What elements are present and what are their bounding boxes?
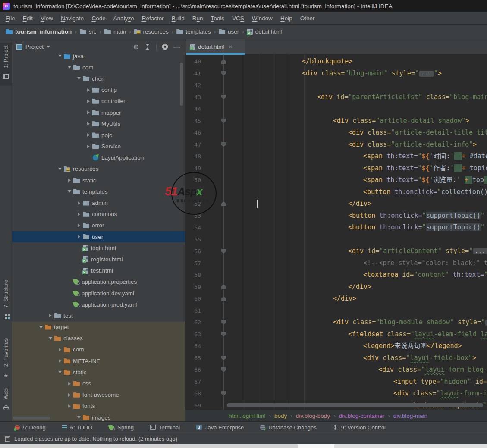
code-line[interactable]: 56 <div id="articleContent" style="..." — [185, 245, 487, 257]
fold-marker-icon[interactable] — [221, 367, 226, 372]
tool-button-favorites[interactable]: 2: Favorites★ — [0, 336, 12, 382]
code-line[interactable]: 68 <div class="layui-form-i — [185, 388, 487, 400]
menu-view[interactable]: View — [37, 15, 57, 22]
breadcrumb-item[interactable]: main — [104, 28, 126, 35]
tree-row[interactable]: commons — [12, 209, 185, 220]
breadcrumb-item[interactable]: user — [219, 28, 239, 35]
code-line[interactable]: 64 <legend>来说两句吧</legend> — [185, 340, 487, 352]
collapsed-arrow-icon[interactable] — [66, 393, 72, 397]
fold-marker-icon[interactable] — [221, 201, 226, 206]
tree-row[interactable]: Service — [12, 141, 185, 152]
editor-breadcrumb-item[interactable]: body — [274, 413, 287, 419]
fold-marker-icon[interactable] — [221, 95, 226, 100]
tree-row[interactable]: error — [12, 220, 185, 231]
collapsed-arrow-icon[interactable] — [76, 224, 82, 227]
tree-row[interactable]: css — [12, 378, 185, 389]
collapsed-arrow-icon[interactable] — [57, 359, 63, 363]
menu-help[interactable]: Help — [276, 15, 296, 22]
menu-other[interactable]: Other — [296, 15, 319, 22]
menu-tools[interactable]: Tools — [207, 15, 229, 22]
fold-marker-icon[interactable] — [221, 296, 226, 301]
expanded-arrow-icon[interactable] — [57, 55, 63, 57]
collapsed-arrow-icon[interactable] — [85, 133, 91, 137]
expanded-arrow-icon[interactable] — [66, 66, 72, 69]
menu-edit[interactable]: Edit — [19, 15, 37, 22]
collapsed-arrow-icon[interactable] — [85, 100, 91, 103]
editor-breadcrumb-item[interactable]: html.loginHtml — [229, 413, 266, 419]
tree-row[interactable]: java — [12, 54, 185, 62]
code-line[interactable]: 60 </div> — [185, 293, 487, 305]
tree-row[interactable]: font-awesome — [12, 389, 185, 401]
expanded-arrow-icon[interactable] — [38, 326, 44, 329]
breadcrumb-item[interactable]: src — [80, 28, 97, 35]
expanded-arrow-icon[interactable] — [66, 190, 72, 193]
tree-row[interactable]: config — [12, 85, 185, 96]
tree-row[interactable]: target — [12, 322, 185, 333]
code-line[interactable]: 49 <span th:text="${'作者:' + topic — [185, 163, 487, 175]
code-line[interactable]: 52 </div> — [185, 198, 487, 210]
code-line[interactable]: 41 <div class="blog-main" style="..."> — [185, 68, 487, 80]
fold-marker-icon[interactable] — [221, 391, 226, 396]
gear-icon[interactable] — [163, 44, 167, 49]
toolwindow-versioncontrol[interactable]: 9: Version Control — [333, 424, 386, 431]
tree-row[interactable]: application.properties — [12, 276, 185, 288]
menu-file[interactable]: File — [2, 15, 19, 22]
tree-row[interactable]: application-prod.yaml — [12, 299, 185, 310]
code-line[interactable]: 46 <div class="article-detail-title tit — [185, 127, 487, 139]
breadcrumb-item[interactable]: templates — [176, 28, 211, 35]
chevron-down-icon[interactable] — [47, 46, 50, 48]
menu-navigate[interactable]: Navigate — [57, 15, 88, 22]
menu-window[interactable]: Window — [248, 15, 276, 22]
collapsed-arrow-icon[interactable] — [76, 201, 82, 205]
code-line[interactable]: 58 <textarea id="content" th:text=" — [185, 269, 487, 281]
code-line[interactable]: 54 <button th:onclick="supportTopic()" — [185, 222, 487, 234]
code-line[interactable]: 47 <div class="article-detail-info"> — [185, 139, 487, 151]
fold-marker-icon[interactable] — [221, 59, 226, 64]
tree-row[interactable]: resources — [12, 163, 185, 175]
project-panel-title[interactable]: Project — [25, 44, 44, 50]
menu-refactor[interactable]: Refactor — [138, 15, 168, 22]
tree-row[interactable]: mapper — [12, 107, 185, 118]
tree-row[interactable]: classes — [12, 333, 185, 344]
collapsed-arrow-icon[interactable] — [85, 122, 91, 125]
collapsed-arrow-icon[interactable] — [85, 111, 91, 114]
collapsed-arrow-icon[interactable] — [66, 382, 72, 385]
expanded-arrow-icon[interactable] — [57, 168, 63, 170]
tree-row[interactable]: admin — [12, 197, 185, 208]
tool-button-structure[interactable]: 7: Structure — [0, 277, 12, 326]
tree-row[interactable]: MyUtils — [12, 118, 185, 129]
fold-marker-icon[interactable] — [221, 249, 226, 254]
code-line[interactable]: 51 <button th:onclick="collection() — [185, 186, 487, 198]
tree-row[interactable]: pojo — [12, 129, 185, 141]
tree-row[interactable]: fonts — [12, 401, 185, 412]
tree-horizontal-scrollbar[interactable] — [13, 417, 50, 420]
code-line[interactable]: 42 — [185, 79, 487, 91]
editor-breadcrumb-item[interactable]: div.blog-body — [296, 413, 330, 419]
tree-row[interactable]: templates — [12, 186, 185, 197]
code-line[interactable]: 40 </blockquote> — [185, 56, 487, 68]
fold-marker-icon[interactable] — [221, 285, 226, 289]
code-line[interactable]: 53 <button th:onclick="supportTopic()" — [185, 210, 487, 222]
menu-run[interactable]: Run — [189, 15, 207, 22]
tree-row[interactable]: test — [12, 310, 185, 321]
expanded-arrow-icon[interactable] — [76, 416, 82, 419]
code-editor[interactable]: 40 </blockquote> 41 <div class="blog-mai… — [185, 54, 487, 410]
menu-analyze[interactable]: Analyze — [110, 15, 138, 22]
collapsed-arrow-icon[interactable] — [76, 213, 82, 216]
tree-row[interactable]: META-INF — [12, 355, 185, 367]
tree-row[interactable]: application-dev.yaml — [12, 288, 185, 299]
tree-row[interactable]: com — [12, 344, 185, 355]
toolwindow-terminal[interactable]: >_Terminal — [150, 424, 180, 431]
breadcrumb-item[interactable]: tourism_information — [6, 28, 72, 35]
locate-file-icon[interactable]: ⊕ — [133, 44, 139, 50]
code-line[interactable]: 44 — [185, 103, 487, 115]
tree-row[interactable]: com — [12, 62, 185, 73]
toolwindow-debug[interactable]: 5: Debug — [15, 424, 46, 431]
code-line[interactable]: 43 <div id="parentArticleList" class="bl… — [185, 91, 487, 103]
menu-vcs[interactable]: VCS — [228, 15, 248, 22]
tree-row[interactable]: register.html — [12, 254, 185, 265]
tree-row[interactable]: test.html — [12, 265, 185, 276]
tree-row[interactable]: static — [12, 175, 185, 186]
fold-marker-icon[interactable] — [221, 142, 226, 147]
menu-code[interactable]: Code — [88, 15, 109, 22]
